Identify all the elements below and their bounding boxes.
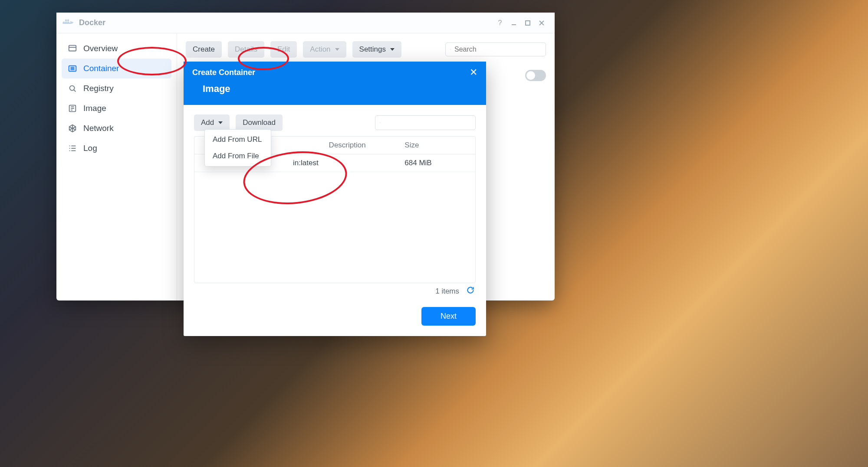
svg-rect-3 (65, 20, 67, 21)
modal-body: Add Download Add From URL Add From File … (184, 105, 486, 301)
add-dropdown: Add From URL Add From File (204, 129, 271, 167)
search-icon (380, 119, 381, 127)
sidebar-item-label: Log (83, 144, 97, 153)
edit-button[interactable]: Edit (270, 41, 297, 58)
container-toggle[interactable] (525, 70, 546, 81)
help-button[interactable]: ? (493, 16, 507, 30)
row-size: 684 MiB (399, 154, 455, 172)
titlebar: Docker ? (56, 13, 555, 33)
refresh-icon (466, 286, 475, 294)
col-description-header: Description (324, 137, 400, 154)
row-description (324, 154, 400, 172)
action-label: Action (310, 45, 330, 54)
modal-footer: Next (184, 301, 486, 336)
chevron-down-icon (335, 48, 339, 51)
log-icon (68, 144, 77, 153)
sidebar-item-label: Network (83, 124, 114, 133)
sidebar-item-network[interactable]: Network (62, 118, 171, 138)
settings-label: Settings (359, 45, 386, 54)
toolbar: Create Details Edit Action Settings (186, 41, 546, 58)
svg-point-33 (380, 122, 380, 123)
svg-rect-4 (67, 20, 69, 21)
add-label: Add (201, 118, 214, 127)
sidebar-item-overview[interactable]: Overview (62, 39, 171, 59)
col-size-header: Size (399, 137, 455, 154)
close-button[interactable] (535, 16, 549, 30)
modal-close-button[interactable]: ✕ (470, 68, 477, 77)
search-box[interactable] (445, 42, 546, 56)
details-button[interactable]: Details (228, 41, 264, 58)
svg-rect-6 (526, 21, 530, 25)
refresh-button[interactable] (466, 286, 475, 297)
sidebar: Overview Container Registry Image Networ… (56, 33, 177, 300)
registry-icon (68, 84, 77, 93)
search-input[interactable] (454, 46, 541, 53)
action-button[interactable]: Action (303, 41, 346, 58)
sidebar-item-log[interactable]: Log (62, 138, 171, 158)
search-icon (450, 46, 451, 53)
sidebar-item-container[interactable]: Container (62, 59, 171, 78)
svg-point-15 (70, 86, 75, 91)
svg-rect-9 (69, 46, 76, 51)
sidebar-item-label: Registry (83, 84, 114, 93)
svg-line-16 (74, 90, 76, 91)
modal-toolbar: Add Download (194, 114, 476, 131)
add-from-url-item[interactable]: Add From URL (205, 131, 271, 148)
app-brand: Docker (62, 18, 105, 27)
overview-icon (68, 44, 77, 53)
container-icon (68, 64, 77, 73)
maximize-button[interactable] (521, 16, 535, 30)
modal-search-box[interactable] (375, 115, 476, 130)
create-button[interactable]: Create (186, 41, 222, 58)
image-icon (68, 104, 77, 113)
docker-logo-icon (62, 19, 74, 27)
sidebar-item-registry[interactable]: Registry (62, 78, 171, 98)
modal-title: Create Container (192, 68, 255, 77)
create-container-modal: Create Container ✕ Image Add Download Ad… (184, 62, 486, 336)
items-count: 1 items (435, 287, 459, 296)
modal-search-input[interactable] (384, 119, 471, 127)
chevron-down-icon (390, 48, 395, 51)
modal-header: Create Container ✕ Image (184, 62, 486, 105)
sidebar-item-label: Overview (83, 44, 118, 53)
sidebar-item-image[interactable]: Image (62, 98, 171, 118)
sidebar-item-label: Container (83, 64, 119, 73)
network-icon (68, 124, 77, 133)
next-button[interactable]: Next (421, 307, 476, 326)
minimize-button[interactable] (507, 16, 521, 30)
modal-footer-info: 1 items (435, 286, 475, 297)
settings-button[interactable]: Settings (352, 41, 401, 58)
modal-section-title: Image (192, 77, 477, 99)
chevron-down-icon (218, 121, 223, 124)
sidebar-item-label: Image (83, 104, 106, 113)
svg-point-31 (450, 49, 450, 49)
app-title: Docker (79, 18, 105, 27)
add-button[interactable]: Add (194, 114, 230, 131)
download-button[interactable]: Download (236, 114, 283, 131)
add-from-file-item[interactable]: Add From File (205, 148, 271, 164)
